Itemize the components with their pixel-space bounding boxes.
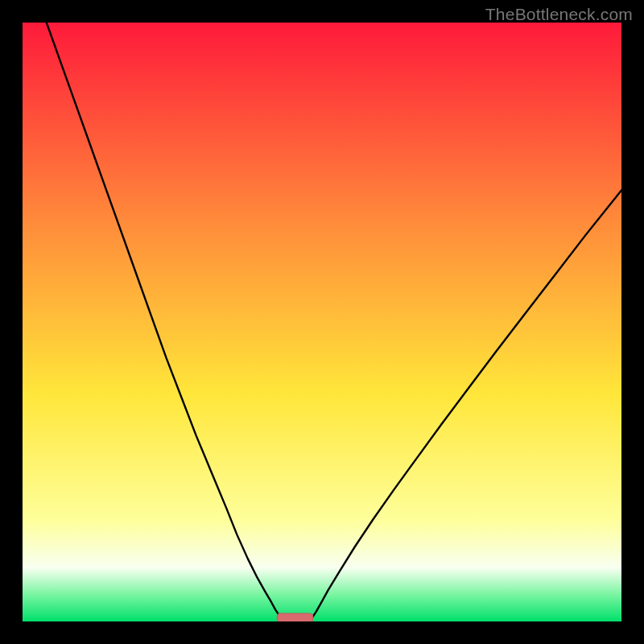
outer-frame: TheBottleneck.com — [0, 0, 644, 644]
watermark-text: TheBottleneck.com — [485, 5, 633, 24]
chart-svg — [23, 23, 621, 621]
chart-plot-area — [23, 23, 621, 621]
gradient-background — [23, 23, 621, 621]
min-marker — [277, 613, 313, 621]
